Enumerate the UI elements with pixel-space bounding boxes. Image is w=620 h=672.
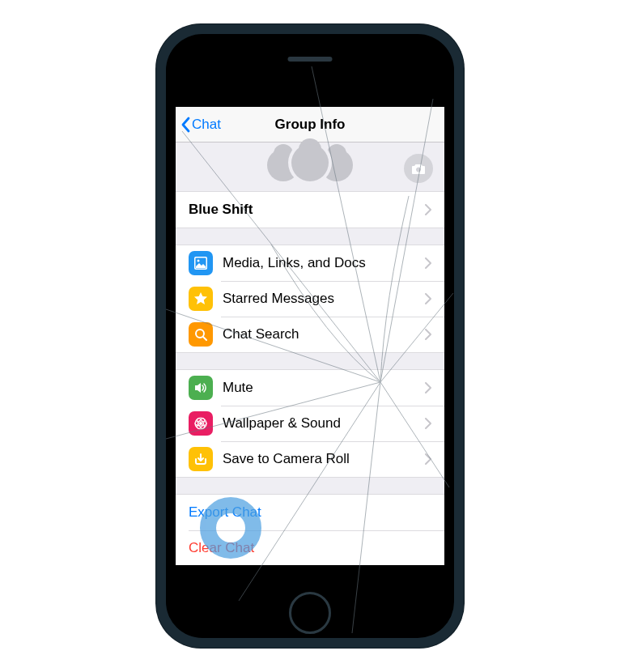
chevron-right-icon bbox=[425, 204, 431, 215]
row-label: Clear Chat bbox=[189, 540, 431, 556]
search-icon bbox=[189, 322, 213, 347]
actions-section: Export Chat Clear Chat bbox=[176, 494, 444, 565]
camera-icon bbox=[411, 163, 426, 175]
group-name: Blue Shift bbox=[189, 202, 425, 218]
chevron-right-icon bbox=[425, 382, 431, 393]
row-label: Media, Links, and Docs bbox=[223, 255, 425, 271]
svg-point-2 bbox=[197, 260, 200, 262]
row-label: Starred Messages bbox=[223, 291, 425, 307]
clear-chat-row[interactable]: Clear Chat bbox=[176, 530, 444, 565]
row-label: Mute bbox=[223, 380, 425, 396]
wallpaper-icon bbox=[189, 411, 213, 436]
back-button[interactable]: Chat bbox=[180, 117, 221, 133]
row-label: Wallpaper & Sound bbox=[223, 415, 425, 432]
chevron-right-icon bbox=[425, 257, 431, 269]
home-button[interactable] bbox=[289, 592, 331, 634]
star-icon bbox=[189, 287, 213, 311]
download-icon bbox=[189, 447, 213, 471]
mute-row[interactable]: Mute bbox=[176, 370, 444, 406]
media-section: Media, Links, and Docs Starred Messages … bbox=[176, 245, 444, 353]
group-name-row[interactable]: Blue Shift bbox=[176, 192, 444, 228]
save-camera-roll-row[interactable]: Save to Camera Roll bbox=[176, 441, 444, 477]
row-label: Chat Search bbox=[223, 326, 425, 342]
svg-line-4 bbox=[203, 337, 206, 340]
chevron-right-icon bbox=[425, 418, 431, 429]
edit-photo-button[interactable] bbox=[404, 154, 433, 183]
screen: Chat Group Info Blue Shift bbox=[176, 107, 444, 565]
phone-device: Chat Group Info Blue Shift bbox=[156, 24, 464, 648]
chevron-left-icon bbox=[180, 117, 190, 133]
chevron-right-icon bbox=[425, 293, 431, 304]
chevron-right-icon bbox=[425, 453, 431, 465]
photo-icon bbox=[189, 251, 213, 275]
row-label: Export Chat bbox=[189, 504, 431, 521]
media-links-docs-row[interactable]: Media, Links, and Docs bbox=[176, 245, 444, 281]
group-avatar-area bbox=[176, 142, 444, 191]
row-label: Save to Camera Roll bbox=[223, 451, 425, 467]
chat-search-row[interactable]: Chat Search bbox=[176, 317, 444, 352]
svg-point-6 bbox=[199, 422, 202, 425]
wallpaper-sound-row[interactable]: Wallpaper & Sound bbox=[176, 406, 444, 441]
chevron-right-icon bbox=[425, 329, 431, 340]
speaker-icon bbox=[189, 376, 213, 400]
group-avatar-icon bbox=[267, 138, 353, 181]
settings-section: Mute Wallpaper & Sound Save to Camera Ro… bbox=[176, 369, 444, 478]
starred-messages-row[interactable]: Starred Messages bbox=[176, 281, 444, 317]
group-name-section: Blue Shift bbox=[176, 191, 444, 228]
phone-speaker bbox=[288, 57, 333, 62]
back-label: Chat bbox=[192, 117, 221, 133]
export-chat-row[interactable]: Export Chat bbox=[176, 495, 444, 530]
